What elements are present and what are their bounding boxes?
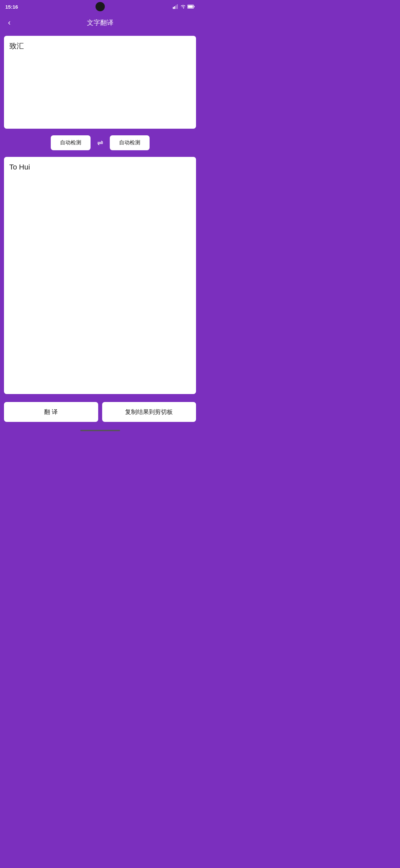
status-time: 15:16 — [5, 4, 18, 10]
status-icons — [173, 4, 195, 9]
svg-rect-6 — [194, 6, 195, 7]
source-language-button[interactable]: 自动检测 — [51, 135, 91, 150]
swap-icon[interactable]: ⇌ — [97, 138, 103, 147]
back-button[interactable]: ‹ — [5, 15, 13, 30]
svg-rect-2 — [176, 5, 177, 9]
translate-button[interactable]: 翻 译 — [4, 402, 98, 422]
camera-cutout — [95, 2, 105, 11]
app-bar: ‹ 文字翻译 — [0, 13, 200, 32]
home-bar — [80, 430, 120, 431]
bottom-bar: 翻 译 复制结果到剪切板 — [0, 398, 200, 430]
status-bar: 15:16 — [0, 0, 200, 13]
signal-icon — [173, 4, 179, 9]
svg-rect-1 — [174, 6, 175, 9]
output-section: To Hui — [4, 157, 196, 394]
target-language-button[interactable]: 自动检测 — [110, 135, 150, 150]
language-bar: 自动检测 ⇌ 自动检测 — [0, 129, 200, 157]
home-indicator — [0, 430, 200, 434]
battery-icon — [187, 5, 195, 9]
copy-button[interactable]: 复制结果到剪切板 — [102, 402, 196, 422]
svg-rect-3 — [177, 4, 178, 9]
svg-rect-5 — [188, 6, 193, 8]
wifi-icon — [180, 4, 186, 9]
svg-rect-0 — [173, 7, 174, 9]
input-text[interactable]: 致汇 — [9, 41, 191, 52]
input-section[interactable]: 致汇 — [4, 36, 196, 129]
app-title: 文字翻译 — [87, 18, 114, 27]
output-text: To Hui — [9, 162, 191, 173]
